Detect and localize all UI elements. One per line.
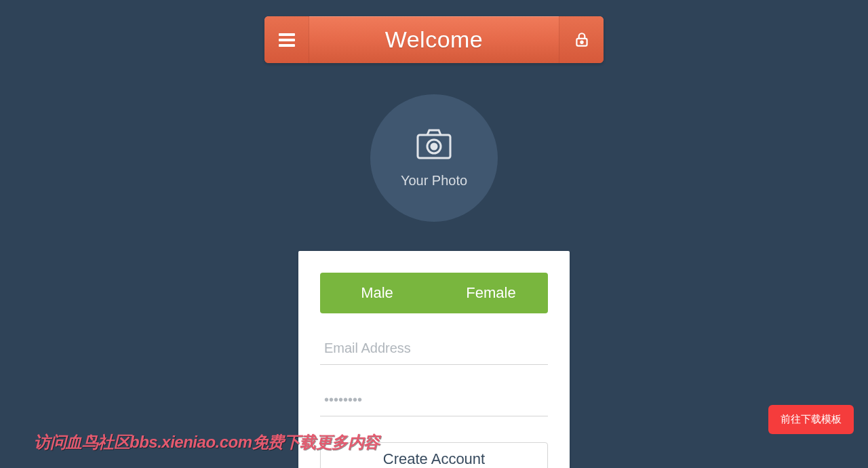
camera-icon xyxy=(416,128,452,161)
svg-point-1 xyxy=(580,41,583,43)
lock-icon xyxy=(573,31,591,49)
photo-upload[interactable]: Your Photo xyxy=(370,94,498,222)
gender-toggle: Male Female xyxy=(320,273,548,313)
download-template-button[interactable]: 前往下载模板 xyxy=(768,405,854,434)
photo-label: Your Photo xyxy=(401,173,467,189)
hamburger-icon xyxy=(279,33,295,47)
watermark-text: 访问血鸟社区bbs.xieniao.com免费下载更多内容 xyxy=(34,431,380,453)
page-title: Welcome xyxy=(309,26,559,53)
password-field[interactable] xyxy=(320,384,548,416)
menu-button[interactable] xyxy=(264,16,309,63)
header-bar: Welcome xyxy=(264,16,604,63)
email-field[interactable] xyxy=(320,332,548,365)
gender-female[interactable]: Female xyxy=(434,273,548,313)
svg-point-4 xyxy=(431,144,437,149)
lock-button[interactable] xyxy=(559,16,604,63)
gender-male[interactable]: Male xyxy=(320,273,434,313)
